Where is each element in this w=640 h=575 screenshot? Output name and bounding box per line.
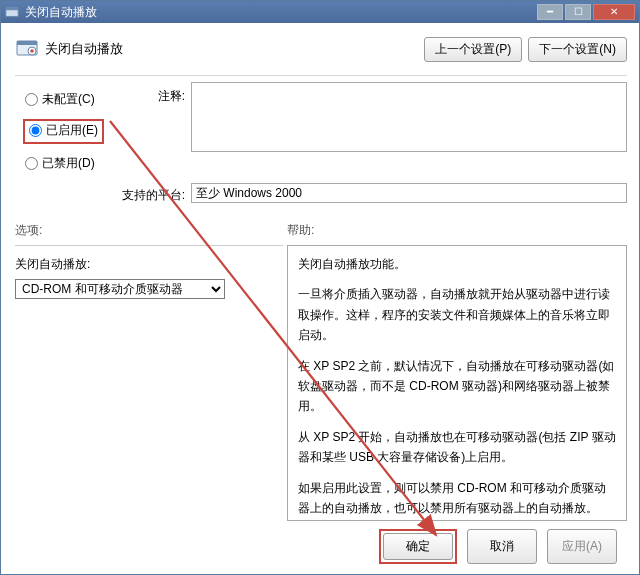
options-heading: 选项:: [15, 222, 287, 239]
platform-field: [191, 183, 627, 203]
config-radios: 未配置(C) 已启用(E) 已禁用(D): [15, 82, 115, 183]
cancel-button[interactable]: 取消: [467, 529, 537, 564]
maximize-button[interactable]: ☐: [565, 4, 591, 20]
help-text: 关闭自动播放功能。: [298, 254, 616, 274]
svg-rect-1: [6, 8, 18, 11]
help-text: 一旦将介质插入驱动器，自动播放就开始从驱动器中进行读取操作。这样，程序的安装文件…: [298, 284, 616, 345]
radio-disabled-label: 已禁用(D): [42, 155, 95, 172]
svg-rect-3: [17, 41, 37, 45]
radio-disabled[interactable]: 已禁用(D): [23, 154, 115, 173]
radio-disabled-input[interactable]: [25, 157, 38, 170]
dialog-footer: 确定 取消 应用(A): [15, 521, 627, 564]
apply-button[interactable]: 应用(A): [547, 529, 617, 564]
autoplay-icon: [15, 37, 39, 61]
window-title: 关闭自动播放: [25, 4, 97, 21]
radio-enabled-input[interactable]: [29, 124, 42, 137]
radio-not-configured-input[interactable]: [25, 93, 38, 106]
prev-setting-button[interactable]: 上一个设置(P): [424, 37, 522, 62]
help-heading: 帮助:: [287, 222, 627, 239]
comment-textarea[interactable]: [191, 82, 627, 152]
autoplay-combo[interactable]: CD-ROM 和可移动介质驱动器: [15, 279, 225, 299]
comment-label: 注释:: [115, 82, 191, 183]
help-panel[interactable]: 关闭自动播放功能。 一旦将介质插入驱动器，自动播放就开始从驱动器中进行读取操作。…: [287, 245, 627, 521]
content-area: 关闭自动播放 上一个设置(P) 下一个设置(N) 未配置(C) 已启用(E): [1, 23, 639, 574]
policy-editor-window: 关闭自动播放 ━ ☐ ✕ 关闭自动播放 上一个设置(P) 下一个设置(N) 未配…: [0, 0, 640, 575]
section-headings: 选项: 帮助:: [15, 222, 627, 239]
annotation-enabled-highlight: 已启用(E): [23, 119, 104, 144]
config-area: 未配置(C) 已启用(E) 已禁用(D) 注释: 支持的平台:: [15, 82, 627, 204]
svg-rect-5: [31, 50, 34, 53]
options-autoplay-label: 关闭自动播放:: [15, 256, 283, 273]
options-panel: 关闭自动播放: CD-ROM 和可移动介质驱动器: [15, 245, 283, 521]
radio-enabled[interactable]: 已启用(E): [27, 121, 100, 140]
platform-label: 支持的平台:: [115, 183, 191, 204]
header-row: 关闭自动播放 上一个设置(P) 下一个设置(N): [15, 31, 627, 67]
radio-enabled-label: 已启用(E): [46, 122, 98, 139]
radio-not-configured[interactable]: 未配置(C): [23, 90, 115, 109]
help-text: 在 XP SP2 之前，默认情况下，自动播放在可移动驱动器(如软盘驱动器，而不是…: [298, 356, 616, 417]
ok-button[interactable]: 确定: [383, 533, 453, 560]
help-text: 如果启用此设置，则可以禁用 CD-ROM 和可移动介质驱动器上的自动播放，也可以…: [298, 478, 616, 519]
lower-panels: 关闭自动播放: CD-ROM 和可移动介质驱动器 关闭自动播放功能。 一旦将介质…: [15, 245, 627, 521]
close-button[interactable]: ✕: [593, 4, 635, 20]
title-bar: 关闭自动播放 ━ ☐ ✕: [1, 1, 639, 23]
help-text: 从 XP SP2 开始，自动播放也在可移动驱动器(包括 ZIP 驱动器和某些 U…: [298, 427, 616, 468]
radio-not-configured-label: 未配置(C): [42, 91, 95, 108]
minimize-button[interactable]: ━: [537, 4, 563, 20]
divider: [15, 75, 627, 76]
annotation-ok-highlight: 确定: [379, 529, 457, 564]
app-icon: [5, 5, 19, 19]
page-title: 关闭自动播放: [45, 40, 424, 58]
next-setting-button[interactable]: 下一个设置(N): [528, 37, 627, 62]
